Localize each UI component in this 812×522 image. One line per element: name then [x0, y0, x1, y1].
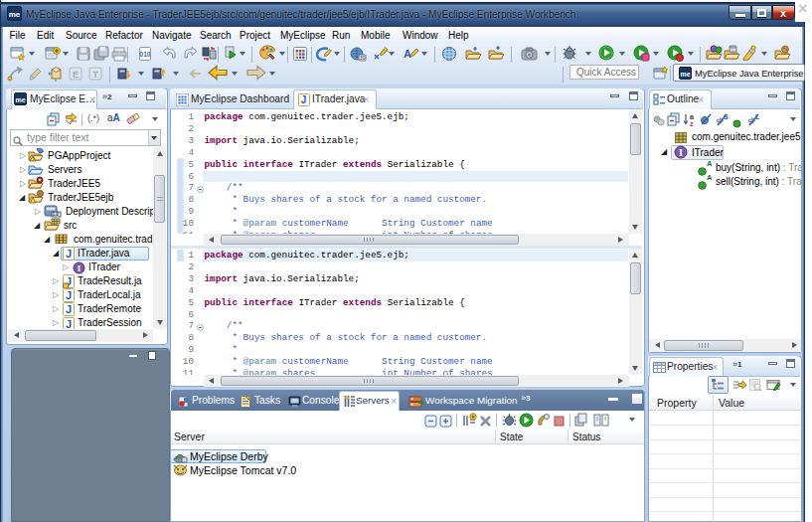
svg-text:E: E [73, 70, 79, 80]
svg-text:30: 30 [360, 55, 366, 61]
svg-text:J: J [66, 289, 72, 301]
svg-text:J: J [66, 303, 72, 315]
svg-text:J: J [66, 318, 72, 329]
svg-text:010: 010 [140, 51, 151, 58]
svg-text:A: A [404, 48, 411, 60]
svg-text:z: z [690, 120, 694, 127]
svg-text:I: I [78, 263, 81, 273]
svg-text:T: T [92, 70, 98, 80]
svg-text:1.0: 1.0 [53, 212, 60, 217]
svg-text:J: J [66, 248, 72, 260]
svg-text:J: J [301, 94, 307, 105]
svg-text:I: I [679, 147, 683, 158]
